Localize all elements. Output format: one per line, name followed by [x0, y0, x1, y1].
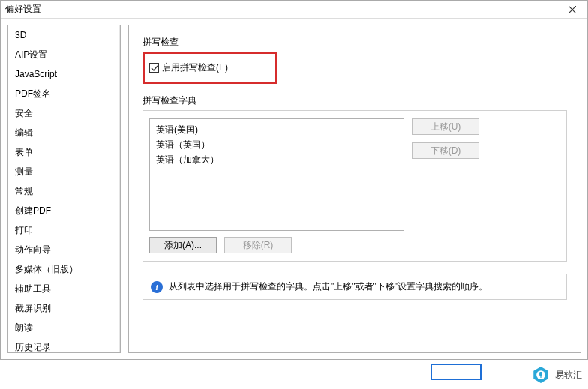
check-icon: [151, 64, 158, 72]
sidebar-item-measure[interactable]: 测量: [8, 162, 120, 181]
watermark-icon: [531, 365, 550, 385]
content-panel: 拼写检查 启用拼写检查(E) 拼写检查字典 英语(美国) 英语（英国） 英语（加…: [128, 25, 581, 353]
sidebar-item-screenshot-ocr[interactable]: 截屏识别: [8, 298, 120, 318]
svg-rect-5: [540, 375, 541, 378]
enable-spellcheck-label: 启用拼写检查(E): [162, 61, 228, 74]
sidebar-item-edit[interactable]: 编辑: [8, 123, 120, 142]
sidebar-item-history[interactable]: 历史记录: [8, 337, 120, 353]
watermark-text: 易软汇: [555, 369, 582, 382]
dict-group-label: 拼写检查字典: [142, 94, 567, 107]
sidebar-item-security[interactable]: 安全: [8, 103, 120, 123]
remove-button[interactable]: 移除(R): [224, 237, 292, 253]
footer-button[interactable]: [430, 364, 482, 380]
sidebar-item-accessibility[interactable]: 辅助工具: [8, 279, 120, 298]
info-bar: i 从列表中选择用于拼写检查的字典。点击"上移"或者"下移"设置字典搜索的顺序。: [142, 274, 567, 300]
sidebar-item-read-aloud[interactable]: 朗读: [8, 318, 120, 337]
category-sidebar[interactable]: 3D AIP设置 JavaScript PDF签名 安全 编辑 表单 测量 常规…: [7, 25, 121, 353]
sidebar-item-3d[interactable]: 3D: [8, 25, 120, 45]
dict-panel: 英语(美国) 英语（英国） 英语（加拿大） 上移(U) 下移(D) 添加(A).…: [142, 110, 567, 262]
move-up-button[interactable]: 上移(U): [412, 118, 479, 135]
sidebar-item-javascript[interactable]: JavaScript: [8, 64, 120, 84]
add-button[interactable]: 添加(A)...: [149, 237, 217, 253]
sidebar-item-create-pdf[interactable]: 创建PDF: [8, 201, 120, 220]
move-down-button[interactable]: 下移(D): [412, 142, 479, 159]
window-title: 偏好设置: [5, 3, 557, 16]
sidebar-item-print[interactable]: 打印: [8, 220, 120, 240]
sidebar-item-general[interactable]: 常规: [8, 181, 120, 201]
titlebar: 偏好设置: [1, 1, 587, 19]
preferences-window: 偏好设置 3D AIP设置 JavaScript PDF签名 安全 编辑 表单 …: [0, 0, 588, 360]
dialog-body: 3D AIP设置 JavaScript PDF签名 安全 编辑 表单 测量 常规…: [1, 19, 587, 359]
list-item[interactable]: 英语(美国): [156, 122, 398, 137]
highlight-box: 启用拼写检查(E): [142, 52, 278, 84]
list-item[interactable]: 英语（加拿大）: [156, 152, 398, 167]
info-text: 从列表中选择用于拼写检查的字典。点击"上移"或者"下移"设置字典搜索的顺序。: [169, 280, 488, 293]
sidebar-item-pdf-sign[interactable]: PDF签名: [8, 84, 120, 103]
spellcheck-group-label: 拼写检查: [142, 36, 567, 49]
dictionary-listbox[interactable]: 英语(美国) 英语（英国） 英语（加拿大）: [149, 118, 404, 231]
sidebar-item-multimedia-legacy[interactable]: 多媒体（旧版）: [8, 259, 120, 279]
watermark: 易软汇: [531, 365, 582, 385]
sidebar-item-aip[interactable]: AIP设置: [8, 45, 120, 64]
sidebar-item-action-wizard[interactable]: 动作向导: [8, 240, 120, 259]
list-item[interactable]: 英语（英国）: [156, 137, 398, 152]
sidebar-item-forms[interactable]: 表单: [8, 142, 120, 162]
info-icon: i: [151, 281, 163, 293]
close-button[interactable]: [557, 1, 587, 19]
close-icon: [568, 6, 576, 13]
enable-spellcheck-checkbox[interactable]: [149, 63, 159, 73]
enable-spellcheck-row[interactable]: 启用拼写检查(E): [148, 61, 272, 74]
